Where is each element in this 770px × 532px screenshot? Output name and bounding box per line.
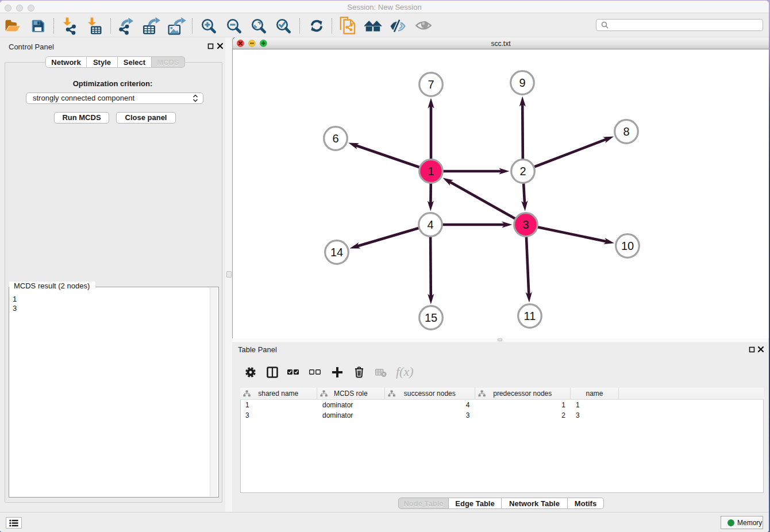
- svg-text:9: 9: [519, 76, 525, 89]
- svg-text:11: 11: [524, 310, 536, 322]
- svg-text:6: 6: [332, 132, 338, 145]
- svg-text:8: 8: [623, 125, 629, 138]
- svg-text:3: 3: [522, 218, 529, 231]
- svg-text:2: 2: [519, 165, 526, 178]
- svg-text:7: 7: [428, 78, 434, 91]
- svg-text:15: 15: [425, 311, 437, 324]
- svg-text:10: 10: [621, 240, 634, 252]
- svg-text:14: 14: [330, 246, 343, 259]
- svg-text:1: 1: [428, 165, 434, 178]
- svg-text:4: 4: [427, 218, 433, 231]
